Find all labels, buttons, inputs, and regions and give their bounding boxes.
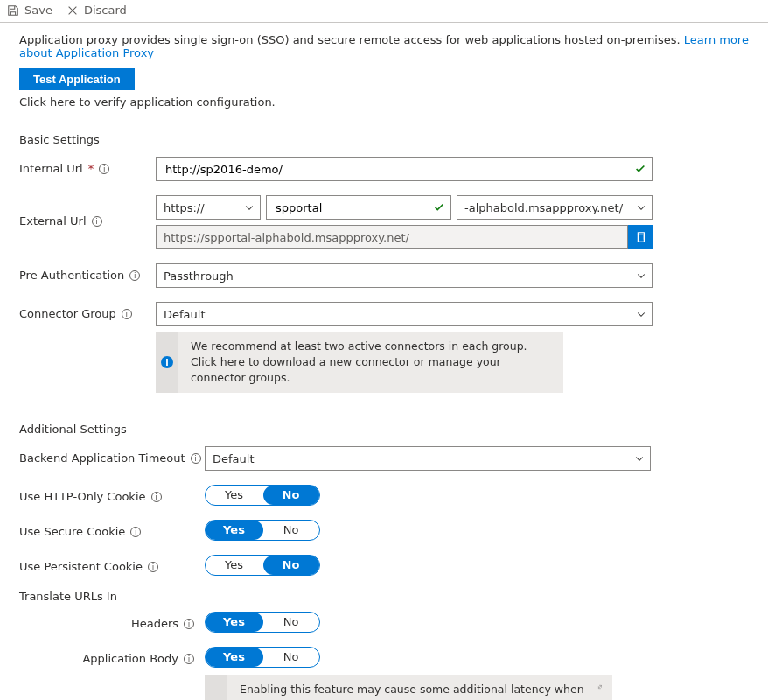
info-icon[interactable]: i <box>184 654 194 664</box>
close-icon <box>66 4 79 17</box>
translate-warning-text: Enabling this feature may cause some add… <box>240 682 594 700</box>
external-scheme-select[interactable]: https:// <box>156 195 261 220</box>
info-icon[interactable]: i <box>151 492 162 502</box>
internal-url-input-container <box>156 157 653 181</box>
connector-group-select[interactable]: Default <box>156 302 653 326</box>
translate-headers-toggle[interactable]: Yes No <box>205 612 320 633</box>
row-secure-cookie: Use Secure Cookie i Yes No <box>19 520 749 541</box>
section-basic-settings: Basic Settings <box>19 133 749 146</box>
save-icon <box>7 4 19 17</box>
chevron-down-icon <box>244 202 255 213</box>
label-translate-urls: Translate URLs In <box>19 590 749 603</box>
persistent-cookie-toggle[interactable]: Yes No <box>205 555 320 576</box>
intro-text: Application proxy provides single sign-o… <box>19 33 749 60</box>
external-host-input-container <box>266 195 451 220</box>
discard-label: Discard <box>84 4 127 17</box>
copy-icon <box>634 231 646 243</box>
info-icon[interactable]: i <box>122 309 132 319</box>
row-translate-body: Application Body i Yes No <box>68 647 749 668</box>
save-label: Save <box>24 4 52 17</box>
row-internal-url: Internal Url * i <box>19 157 749 181</box>
chevron-down-icon <box>636 270 646 281</box>
label-persistent-cookie: Use Persistent Cookie <box>19 560 143 573</box>
connector-callout-text: We recommend at least two active connect… <box>187 332 556 393</box>
label-backend-timeout: Backend Application Timeout <box>19 452 185 465</box>
secure-cookie-toggle[interactable]: Yes No <box>205 520 320 541</box>
label-pre-auth: Pre Authentication <box>19 269 124 282</box>
row-persistent-cookie: Use Persistent Cookie i Yes No <box>19 555 749 576</box>
check-icon <box>433 201 445 214</box>
connector-callout[interactable]: i We recommend at least two active conne… <box>156 332 563 393</box>
label-connector-group: Connector Group <box>19 307 116 320</box>
label-secure-cookie: Use Secure Cookie <box>19 525 125 538</box>
external-host-input[interactable] <box>274 200 428 215</box>
discard-button[interactable]: Discard <box>66 4 127 17</box>
check-icon <box>634 163 646 175</box>
info-icon[interactable]: i <box>184 619 194 629</box>
row-connector-group: Connector Group i Default i We recommend… <box>19 302 749 393</box>
row-translate-headers: Headers i Yes No <box>68 612 749 633</box>
command-bar: Save Discard <box>0 0 768 20</box>
info-badge-icon: i <box>161 356 173 368</box>
chevron-down-icon <box>636 309 646 319</box>
label-http-only: Use HTTP-Only Cookie <box>19 490 146 503</box>
row-external-url: External Url i https:// -alphabold.msapp… <box>19 195 749 249</box>
row-pre-auth: Pre Authentication i Passthrough <box>19 263 749 288</box>
svg-rect-0 <box>638 234 644 242</box>
info-icon[interactable]: i <box>130 527 141 537</box>
label-external-url: External Url <box>19 214 87 228</box>
required-mark: * <box>88 162 94 175</box>
info-icon[interactable]: i <box>99 164 109 174</box>
label-app-body: Application Body <box>82 652 178 665</box>
info-icon[interactable]: i <box>92 216 102 227</box>
test-hint: Click here to verify application configu… <box>19 95 749 108</box>
external-domain-select[interactable]: -alphabold.msappproxy.net/ <box>457 195 653 220</box>
app-proxy-form: Application proxy provides single sign-o… <box>0 23 768 700</box>
http-only-toggle[interactable]: Yes No <box>205 485 320 506</box>
chevron-down-icon <box>634 453 645 464</box>
label-internal-url: Internal Url <box>19 162 83 175</box>
save-button[interactable]: Save <box>7 4 52 17</box>
section-additional-settings: Additional Settings <box>19 423 749 436</box>
external-url-combo: https:// -alphabold.msappproxy.net/ <box>156 195 653 220</box>
test-application-button[interactable]: Test Application <box>19 68 135 90</box>
row-backend-timeout: Backend Application Timeout i Default <box>19 446 749 471</box>
pre-auth-select[interactable]: Passthrough <box>156 263 653 288</box>
translate-warning-callout[interactable]: Enabling this feature may cause some add… <box>205 675 612 700</box>
info-icon[interactable]: i <box>148 562 158 572</box>
row-http-only: Use HTTP-Only Cookie i Yes No <box>19 485 749 506</box>
chevron-down-icon <box>636 202 646 213</box>
info-icon[interactable]: i <box>129 270 140 281</box>
label-headers: Headers <box>131 617 178 630</box>
copy-button[interactable] <box>628 225 653 249</box>
backend-timeout-select[interactable]: Default <box>205 446 651 471</box>
external-url-readonly: https://spportal-alphabold.msappproxy.ne… <box>156 225 628 249</box>
info-icon[interactable]: i <box>191 453 201 464</box>
internal-url-input[interactable] <box>164 162 629 177</box>
translate-body-toggle[interactable]: Yes No <box>205 647 320 668</box>
external-link-icon <box>597 682 602 692</box>
external-url-readonly-row: https://spportal-alphabold.msappproxy.ne… <box>156 225 653 249</box>
